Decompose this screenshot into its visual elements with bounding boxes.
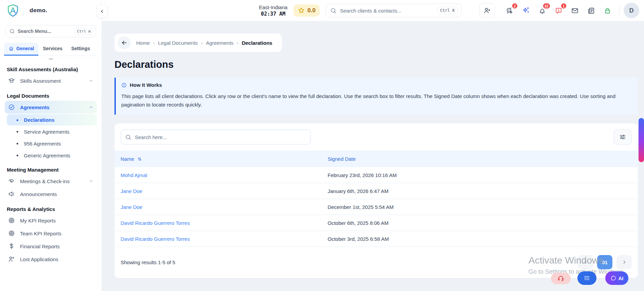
- table-row[interactable]: Mohd Ajmal February 23rd, 2026 10:16 AM: [114, 167, 638, 183]
- back-button[interactable]: [118, 36, 131, 49]
- notifications-count-badge: 32: [542, 3, 551, 9]
- breadcrumb-agreements[interactable]: Agreements: [206, 40, 233, 46]
- mail-button[interactable]: [568, 4, 581, 17]
- checklist-icon: [584, 275, 590, 282]
- sidebar-item-agreements[interactable]: Agreements: [5, 101, 97, 114]
- search-icon: [9, 28, 15, 34]
- lock-button[interactable]: [601, 4, 614, 17]
- how-it-works-body: This page lists all client declarations.…: [121, 92, 631, 109]
- person-add-icon: [483, 7, 491, 14]
- page-title: Declarations: [114, 59, 638, 70]
- chat-bubble-icon: [610, 275, 616, 281]
- ai-assistant-fab[interactable]: AI: [605, 271, 628, 285]
- section-legal-documents: Legal Documents: [7, 93, 95, 99]
- breadcrumb-declarations: Declarations: [242, 40, 272, 46]
- table-search[interactable]: [121, 130, 311, 144]
- sidebar-item-skills-assessment[interactable]: Skills Assessment: [5, 74, 97, 87]
- menu-search-input[interactable]: [18, 28, 72, 34]
- table-row[interactable]: Jane Doe December 1st, 2025 5:54 AM: [114, 199, 638, 215]
- graduation-cap-icon: [8, 77, 15, 84]
- breadcrumb-legal-documents[interactable]: Legal Documents: [158, 40, 198, 46]
- table-search-input[interactable]: [135, 134, 306, 140]
- sidebar-item-label: Agreements: [20, 104, 84, 110]
- tab-general[interactable]: General: [4, 43, 38, 56]
- tab-services[interactable]: Services: [38, 43, 67, 56]
- next-page-button[interactable]: [616, 255, 632, 269]
- bullet-icon: •: [16, 118, 18, 122]
- sidebar-subitem-956-agreements[interactable]: • 956 Agreements: [7, 138, 97, 149]
- chevron-right-icon: ›: [201, 40, 202, 45]
- chevron-down-icon: [89, 78, 93, 83]
- sidebar-subitem-service-agreements[interactable]: • Service Agreements: [7, 126, 97, 137]
- tasks-fab[interactable]: [577, 271, 596, 285]
- star-icon: [298, 7, 305, 14]
- user-avatar[interactable]: D: [624, 3, 639, 18]
- sidebar-item-label: Declarations: [24, 117, 54, 123]
- sidebar-item-meetings-checkins[interactable]: Meetings & Check-ins: [5, 175, 97, 188]
- sidebar-subitem-declarations[interactable]: • Declarations: [7, 114, 97, 125]
- mail-icon: [571, 7, 579, 15]
- notifications-button[interactable]: 32: [536, 4, 549, 17]
- chevron-right-icon: ›: [237, 40, 238, 45]
- sidebar-nav: Skill Assessments (Australia) Skills Ass…: [0, 59, 102, 266]
- chevron-left-icon: [583, 259, 588, 265]
- sidebar-subitem-generic-agreements[interactable]: • Generic Agreements: [7, 150, 97, 161]
- current-page-button[interactable]: 01: [597, 255, 612, 269]
- support-fab[interactable]: [551, 273, 571, 284]
- main-content: Home › Legal Documents › Agreements › De…: [102, 21, 644, 278]
- sidebar-item-my-kpi-reports[interactable]: My KPI Reports: [5, 214, 97, 227]
- menu-search[interactable]: Ctrl m: [5, 25, 96, 37]
- rating-badge[interactable]: 0.0: [293, 4, 320, 17]
- brand-name: demo.: [30, 7, 48, 14]
- global-search[interactable]: Ctrl K: [326, 4, 462, 17]
- ai-sparkles-button[interactable]: [519, 4, 532, 17]
- sidebar-item-label: Announcements: [20, 191, 93, 197]
- breadcrumb-home[interactable]: Home: [136, 40, 150, 46]
- tab-settings[interactable]: Settings: [67, 43, 94, 56]
- client-name-link[interactable]: Jane Doe: [121, 204, 328, 210]
- check-circle-icon: [8, 104, 15, 111]
- chevron-right-icon: [622, 259, 627, 265]
- add-client-button[interactable]: [479, 3, 495, 18]
- chat-alerts-button[interactable]: 1: [552, 4, 565, 17]
- previous-page-button[interactable]: [578, 255, 593, 269]
- how-it-works-title: How It Works: [130, 82, 162, 88]
- column-header-signed-date[interactable]: Signed Date: [328, 156, 632, 162]
- brand-row: demo.: [0, 0, 102, 21]
- sidebar-item-financial-reports[interactable]: Financial Reports: [5, 240, 97, 253]
- scrollbar-thumb[interactable]: [639, 118, 644, 162]
- sidebar-item-label: Meetings & Check-ins: [20, 178, 84, 184]
- bullet-icon: •: [16, 154, 18, 157]
- sidebar-item-label: 956 Agreements: [24, 141, 61, 147]
- filter-button[interactable]: [613, 129, 632, 145]
- table-row[interactable]: Jane Doe January 6th, 2026 6:47 AM: [114, 183, 638, 199]
- bullet-icon: •: [16, 142, 18, 146]
- search-icon: [125, 134, 131, 140]
- reminders-button[interactable]: 2: [503, 4, 516, 17]
- sidebar-item-team-kpi-reports[interactable]: Team KPI Reports: [5, 227, 97, 240]
- client-name-link[interactable]: David Ricardo Guerrero Torres: [121, 236, 328, 242]
- table-row[interactable]: David Ricardo Guerrero Torres October 3r…: [114, 231, 638, 247]
- news-button[interactable]: [585, 4, 597, 17]
- newspaper-icon: [587, 7, 595, 15]
- top-header: East-Indiana 02:37 AM 0.0 Ctrl K 2: [102, 0, 644, 21]
- client-name-link[interactable]: Jane Doe: [121, 188, 328, 194]
- global-search-input[interactable]: [340, 8, 434, 14]
- table-row[interactable]: David Ricardo Guerrero Torres October 6t…: [114, 215, 638, 231]
- sidebar-item-announcements[interactable]: Announcements: [5, 188, 97, 200]
- signed-date-value: October 3rd, 2025 6:58 AM: [328, 236, 632, 242]
- chat-alerts-count-badge: 1: [560, 3, 567, 9]
- column-header-name[interactable]: Name: [121, 156, 328, 162]
- info-icon: [121, 82, 127, 88]
- sidebar-collapse-button[interactable]: [96, 4, 108, 18]
- arrow-left-icon: [121, 39, 128, 46]
- sidebar-item-label: Financial Reports: [20, 244, 93, 249]
- current-time: 02:37 AM: [259, 11, 287, 17]
- client-name-link[interactable]: Mohd Ajmal: [121, 172, 328, 178]
- client-name-link[interactable]: David Ricardo Guerrero Torres: [121, 220, 328, 226]
- signed-date-value: February 23rd, 2026 10:16 AM: [328, 172, 632, 178]
- sidebar-item-lost-applications[interactable]: Lost Applications: [5, 253, 97, 266]
- search-icon: [330, 7, 337, 14]
- home-icon: [8, 46, 14, 51]
- target-icon: [8, 217, 15, 224]
